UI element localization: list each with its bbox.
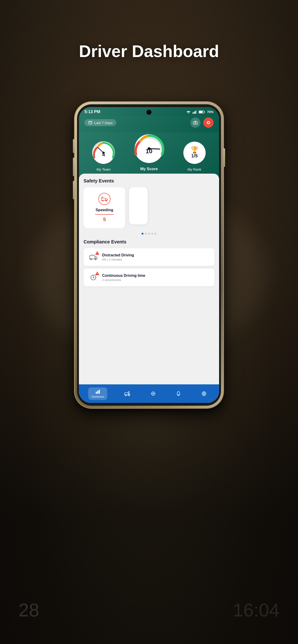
signal-icon [193, 110, 197, 114]
svg-point-43 [93, 277, 94, 278]
distracted-driving-icon [89, 254, 98, 260]
svg-rect-44 [96, 392, 97, 394]
alert-triangle-continuous: ! [95, 272, 99, 275]
volume-down-button [73, 181, 75, 199]
speeding-icon-container [98, 193, 111, 205]
header-actions [190, 118, 213, 128]
my-score-label: My Score [140, 167, 158, 171]
svg-rect-46 [99, 390, 100, 394]
nav-notifications[interactable] [173, 389, 184, 398]
svg-text:10: 10 [146, 148, 152, 154]
svg-point-0 [188, 113, 189, 114]
continuous-driving-detail: 2 occurrences [102, 278, 210, 282]
car-clock-left: 28 [19, 600, 39, 621]
svg-rect-1 [193, 112, 194, 114]
continuous-driving-icon-container: ! [88, 272, 98, 282]
power-button [223, 148, 225, 167]
continuous-driving-item[interactable]: ! Continuous Driving time 2 occurrences [84, 269, 214, 286]
page-title: Driver Dashboard [0, 42, 298, 61]
settings-icon [201, 391, 207, 396]
svg-rect-4 [196, 110, 197, 114]
svg-rect-7 [199, 111, 203, 113]
chart-icon [95, 389, 100, 394]
phone-device: 5:13 PM [75, 102, 223, 408]
nav-dashboard-label: Dashboard [91, 395, 104, 398]
svg-text:1/5: 1/5 [191, 153, 198, 158]
svg-point-53 [152, 393, 154, 394]
my-rank-display: 🏆 1/5 [182, 140, 207, 166]
svg-text:🏆: 🏆 [190, 146, 198, 154]
speeding-label: Speeding [89, 208, 120, 212]
date-filter[interactable]: Last 7 Days [85, 119, 116, 126]
continuous-driving-text: Continuous Driving time 2 occurrences [102, 274, 210, 282]
score-section: 4 My Team [79, 132, 219, 178]
volume-up-button [73, 158, 75, 176]
svg-point-56 [203, 393, 205, 394]
next-safety-card [129, 187, 148, 224]
svg-point-15 [208, 122, 209, 124]
my-team-label: My Team [97, 168, 111, 171]
svg-rect-47 [125, 393, 128, 395]
svg-rect-3 [195, 111, 196, 114]
carousel-dots [84, 233, 214, 234]
safety-events-title: Safety Events [84, 178, 214, 184]
speeding-card[interactable]: Speeding 5 [84, 187, 125, 228]
speeding-icon [101, 196, 108, 202]
my-team-gauge: 4 [91, 140, 116, 166]
dot-3 [148, 233, 150, 234]
nav-dashboard[interactable]: Dashboard [88, 387, 107, 400]
wifi-icon [186, 110, 191, 114]
car-camera-icon [193, 120, 198, 125]
car-clock-right: 16:04 [233, 600, 279, 621]
phone-screen: 5:13 PM [79, 107, 219, 403]
phone-frame: 5:13 PM [75, 102, 223, 408]
nav-truck-location[interactable] [121, 389, 133, 398]
svg-text:4: 4 [102, 152, 105, 158]
continuous-driving-name: Continuous Driving time [102, 274, 210, 278]
silent-button [73, 139, 75, 153]
app-screen: 5:13 PM [79, 107, 219, 403]
my-team-score: 4 My Team [91, 140, 116, 171]
distracted-driving-name: Distracted Driving [102, 253, 210, 257]
alert-triangle-distracted: ! [95, 251, 99, 255]
svg-point-50 [129, 394, 130, 396]
distracted-driving-icon-container: ! [88, 252, 98, 262]
dot-2 [145, 233, 147, 234]
battery-icon [199, 110, 205, 114]
my-rank-label: My Rank [187, 168, 201, 171]
distracted-driving-detail: 0% | 2 minutes [102, 258, 210, 261]
my-score-gauge: 10 [133, 132, 165, 165]
front-camera [147, 110, 151, 114]
my-rank: 🏆 1/5 My Rank [182, 140, 207, 171]
my-score: 10 My Score [133, 132, 165, 171]
distracted-driving-text: Distracted Driving 0% | 2 minutes [102, 253, 210, 261]
dot-4 [151, 233, 153, 234]
main-content: Safety Events [79, 174, 219, 403]
distracted-driving-item[interactable]: ! Distracted Driving 0% | 2 minutes [84, 248, 214, 266]
bottom-navigation: Dashboard [79, 384, 219, 403]
svg-rect-27 [101, 198, 106, 201]
svg-rect-33 [90, 256, 95, 259]
svg-point-49 [125, 394, 127, 396]
battery-level: 70% [207, 110, 213, 114]
svg-point-51 [128, 391, 130, 392]
bell-icon [176, 391, 181, 396]
svg-rect-2 [194, 112, 195, 114]
svg-rect-6 [204, 111, 205, 112]
calendar-icon [88, 120, 92, 125]
svg-rect-45 [97, 390, 98, 394]
date-filter-label: Last 7 Days [94, 121, 113, 125]
dot-1 [142, 233, 143, 234]
continuous-driving-icon [89, 274, 98, 281]
record-button[interactable] [203, 118, 213, 128]
app-header: Last 7 Days [79, 116, 219, 132]
compliance-events-title: Compliance Events [84, 239, 214, 244]
svg-rect-8 [89, 121, 92, 124]
dot-5 [155, 233, 156, 234]
speeding-count: 5 [95, 214, 114, 222]
status-time: 5:13 PM [85, 110, 100, 114]
nav-settings[interactable] [198, 389, 210, 398]
safety-events-scroll: Speeding 5 [84, 187, 214, 228]
car-camera-button[interactable] [190, 118, 200, 128]
nav-route[interactable] [147, 389, 159, 398]
